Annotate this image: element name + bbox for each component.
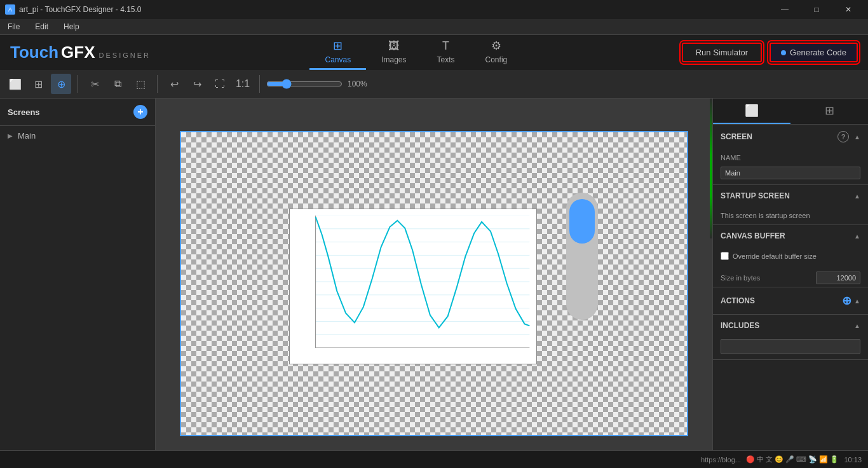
- add-screen-button[interactable]: +: [133, 105, 147, 119]
- tab-config[interactable]: ⚙ Config: [470, 35, 523, 70]
- zoom-label: 100%: [348, 79, 367, 88]
- actions-section: ACTIONS ⊕ ▲: [713, 287, 868, 315]
- screen-name-content: NAME: [713, 149, 868, 184]
- override-checkbox[interactable]: [721, 252, 729, 260]
- add-action-button[interactable]: ⊕: [842, 294, 851, 308]
- includes-title: INCLUDES: [721, 321, 759, 330]
- fit-button[interactable]: ⛶: [210, 74, 230, 94]
- tab-canvas[interactable]: ⊞ Canvas: [309, 35, 366, 70]
- actions-header: ACTIONS ⊕ ▲: [713, 287, 868, 314]
- panel-tab-screen[interactable]: ⬜: [713, 99, 790, 124]
- nav-tabs: ⊞ Canvas 🖼 Images T Texts ⚙ Config: [309, 35, 522, 70]
- maximize-button[interactable]: □: [802, 0, 831, 19]
- toolbar-separator-1: [78, 75, 78, 93]
- close-button[interactable]: ✕: [834, 0, 863, 19]
- actions-chevron-icon: ▲: [854, 298, 860, 305]
- startup-screen-section: STARTUP SCREEN ▲ This screen is startup …: [713, 185, 868, 225]
- generate-code-button[interactable]: Generate Code: [770, 43, 858, 62]
- tab-texts[interactable]: T Texts: [422, 35, 470, 70]
- tab-images[interactable]: 🖼 Images: [366, 35, 421, 70]
- zoom-slider[interactable]: [266, 79, 342, 89]
- add-widget-button[interactable]: ⊕: [51, 74, 71, 94]
- sidebar-item-main[interactable]: ▶ Main: [0, 126, 155, 146]
- redo-button[interactable]: ↪: [187, 74, 207, 94]
- texts-icon: T: [442, 39, 449, 53]
- includes-section-header[interactable]: INCLUDES ▲: [713, 315, 868, 336]
- left-sidebar: Screens + ▶ Main: [0, 99, 156, 468]
- minimize-button[interactable]: —: [770, 0, 799, 19]
- images-icon: 🖼: [388, 39, 400, 53]
- screen-section: SCREEN ? ▲ NAME: [713, 125, 868, 185]
- app-icon: A: [5, 4, 15, 15]
- generate-dot: [781, 50, 786, 55]
- status-time: 10:13: [844, 456, 862, 464]
- main-layout: Screens + ▶ Main: [0, 99, 868, 468]
- canvas-buffer-header[interactable]: CANVAS BUFFER ▲: [713, 225, 868, 247]
- status-url: https://blog...: [701, 456, 741, 464]
- startup-section-title: STARTUP SCREEN: [721, 191, 790, 200]
- copy-button[interactable]: ⧉: [107, 74, 128, 94]
- includes-input[interactable]: [721, 339, 860, 354]
- green-indicator-bar: [710, 99, 712, 238]
- logo-designer: DESIGNER: [99, 52, 151, 59]
- header-actions: Run Simulator Generate Code: [682, 43, 858, 62]
- screen-chevron-icon: ▲: [854, 134, 860, 141]
- chevron-icon: ▶: [8, 132, 13, 139]
- startup-section-header[interactable]: STARTUP SCREEN ▲: [713, 185, 868, 207]
- screen-section-header[interactable]: SCREEN ? ▲: [713, 125, 868, 149]
- config-icon: ⚙: [491, 39, 501, 53]
- chart-svg: 180 160 140 120 100 80 60 40 20 0 0: [315, 216, 530, 348]
- screen-section-title: SCREEN: [721, 132, 752, 141]
- tab-texts-label: Texts: [437, 55, 455, 64]
- undo-button[interactable]: ↩: [164, 74, 184, 94]
- size-input[interactable]: [816, 272, 860, 284]
- panel-tab-widget[interactable]: ⊞: [790, 99, 868, 124]
- size-label: Size in bytes: [721, 274, 816, 282]
- cut-button[interactable]: ✂: [85, 74, 105, 94]
- override-checkbox-row: Override default buffer size: [721, 252, 860, 260]
- canvas-buffer-chevron-icon: ▲: [854, 233, 860, 240]
- chart-widget[interactable]: 180 160 140 120 100 80 60 40 20 0 0: [289, 209, 537, 364]
- includes-section: INCLUDES ▲: [713, 315, 868, 360]
- tab-config-label: Config: [485, 55, 508, 64]
- tab-canvas-label: Canvas: [325, 55, 351, 64]
- name-field-row: NAME: [721, 154, 860, 162]
- statusbar: https://blog... 🔴 中 文 😊 🎤 ⌨ 📡 📶 🔋 10:13: [0, 450, 868, 468]
- startup-text: This screen is startup screen: [713, 207, 868, 224]
- toggle-widget[interactable]: [566, 193, 598, 320]
- menu-file[interactable]: File: [5, 21, 22, 32]
- run-simulator-button[interactable]: Run Simulator: [682, 43, 762, 62]
- menu-help[interactable]: Help: [61, 21, 82, 32]
- canvas-icon: ⊞: [333, 39, 342, 53]
- status-icons: 🔴 中 文 😊 🎤 ⌨ 📡 📶 🔋: [746, 455, 839, 464]
- logo-touch: Touch: [10, 43, 58, 62]
- screen-name: Main: [18, 131, 36, 141]
- canvas-area[interactable]: 180 160 140 120 100 80 60 40 20 0 0: [156, 99, 712, 468]
- zoom-100-button[interactable]: 1:1: [233, 74, 253, 94]
- toggle-thumb: [569, 199, 595, 244]
- logo-gfx: GFX: [61, 43, 95, 62]
- toolbar: ⬜ ⊞ ⊕ ✂ ⧉ ⬚ ↩ ↪ ⛶ 1:1 100%: [0, 70, 868, 99]
- menu-edit[interactable]: Edit: [32, 21, 51, 32]
- includes-chevron-icon: ▲: [854, 322, 860, 329]
- help-icon[interactable]: ?: [837, 131, 849, 142]
- canvas-buffer-content: Override default buffer size: [713, 247, 868, 269]
- size-row: Size in bytes: [713, 269, 868, 287]
- canvas-frame: 180 160 140 120 100 80 60 40 20 0 0: [180, 131, 688, 436]
- select-button[interactable]: ⬚: [130, 74, 151, 94]
- screen-name-input[interactable]: [721, 167, 860, 179]
- chart-inner: 180 160 140 120 100 80 60 40 20 0 0: [290, 209, 536, 364]
- right-panel: ⬜ ⊞ SCREEN ? ▲ NAME STARTUP SCREEN: [712, 99, 868, 468]
- tab-images-label: Images: [381, 55, 406, 64]
- canvas-viewport: 180 160 140 120 100 80 60 40 20 0 0: [156, 99, 712, 468]
- canvas-buffer-title: CANVAS BUFFER: [721, 231, 785, 240]
- menubar: File Edit Help: [0, 19, 868, 35]
- logo: Touch GFX DESIGNER: [10, 43, 151, 62]
- right-panel-tabs: ⬜ ⊞: [713, 99, 868, 125]
- widget-view-button[interactable]: ⊞: [28, 74, 48, 94]
- screen-view-button[interactable]: ⬜: [5, 74, 25, 94]
- titlebar: A art_pi - TouchGFX Designer - 4.15.0 — …: [0, 0, 868, 19]
- screens-label: Screens: [8, 107, 40, 117]
- toolbar-separator-3: [259, 75, 260, 93]
- screens-header: Screens +: [0, 99, 155, 126]
